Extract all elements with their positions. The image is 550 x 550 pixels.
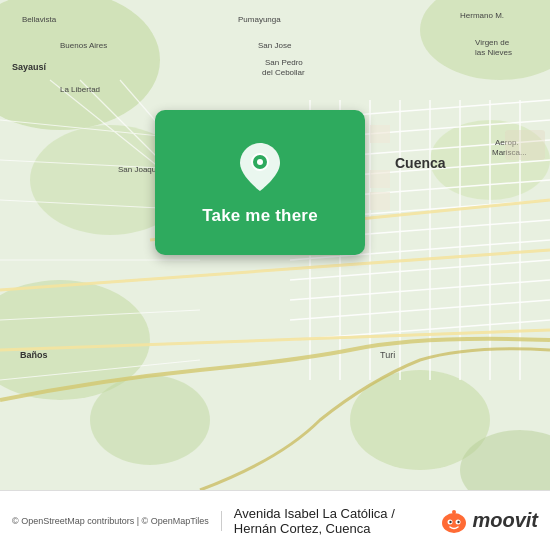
take-me-there-label: Take me there <box>202 206 318 226</box>
svg-text:San Pedro: San Pedro <box>265 58 303 67</box>
svg-point-84 <box>450 520 452 522</box>
svg-text:Cuenca: Cuenca <box>395 155 446 171</box>
svg-text:Pumayunga: Pumayunga <box>238 15 281 24</box>
location-text: Avenida Isabel La Católica / Hernán Cort… <box>234 506 433 536</box>
svg-text:Turi: Turi <box>380 350 395 360</box>
svg-rect-39 <box>370 170 390 188</box>
svg-point-87 <box>452 510 456 514</box>
svg-rect-78 <box>505 130 545 160</box>
svg-text:Buenos Aires: Buenos Aires <box>60 41 107 50</box>
svg-text:Bellavista: Bellavista <box>22 15 57 24</box>
footer-divider <box>221 511 222 531</box>
svg-text:Hermano M.: Hermano M. <box>460 11 504 20</box>
moovit-icon <box>440 507 468 535</box>
pin-icon <box>236 140 284 194</box>
svg-rect-43 <box>370 192 390 210</box>
svg-text:Baños: Baños <box>20 350 48 360</box>
svg-point-80 <box>257 159 263 165</box>
svg-text:San Jose: San Jose <box>258 41 292 50</box>
svg-rect-32 <box>370 125 390 143</box>
svg-text:Virgen de: Virgen de <box>475 38 510 47</box>
attribution-text: © OpenStreetMap contributors | © OpenMap… <box>12 516 209 526</box>
moovit-logo: moovit <box>440 507 538 535</box>
svg-text:Sayausí: Sayausí <box>12 62 47 72</box>
footer-bar: © OpenStreetMap contributors | © OpenMap… <box>0 490 550 550</box>
moovit-brand-name: moovit <box>472 509 538 532</box>
take-me-there-button[interactable]: Take me there <box>155 110 365 255</box>
svg-point-6 <box>90 375 210 465</box>
svg-text:las Nieves: las Nieves <box>475 48 512 57</box>
svg-point-85 <box>458 520 460 522</box>
svg-text:del Cebollar: del Cebollar <box>262 68 305 77</box>
svg-text:La Libertad: La Libertad <box>60 85 100 94</box>
map-container: Bellavista Buenos Aires Sayausí La Liber… <box>0 0 550 490</box>
